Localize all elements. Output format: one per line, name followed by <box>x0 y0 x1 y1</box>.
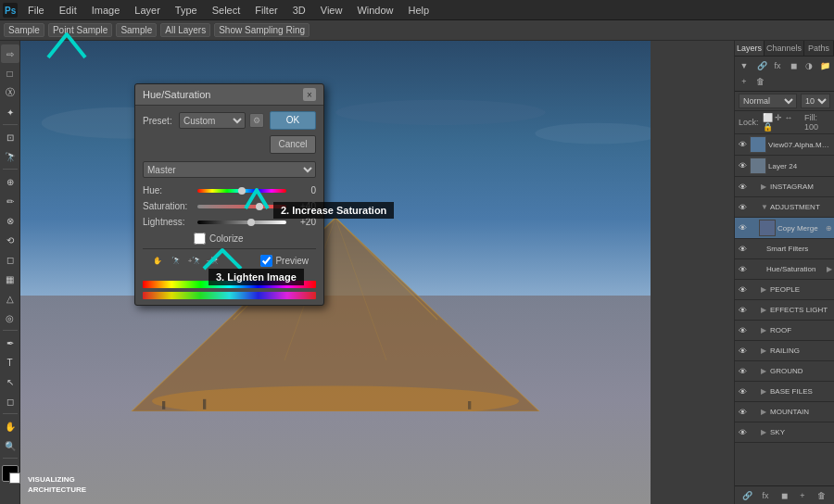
link-button[interactable]: 🔗 <box>740 489 753 502</box>
layer-row-huesat[interactable]: 👁 Hue/Saturation ▶ <box>735 259 834 280</box>
eye-icon-roof[interactable]: 👁 <box>737 325 748 336</box>
tool-hand[interactable]: ✋ <box>1 417 19 435</box>
layer-row-basefiles[interactable]: 👁 ▶ BASE FILES <box>735 382 834 402</box>
layer-row-railing[interactable]: 👁 ▶ RAILING <box>735 341 834 361</box>
eye-icon-basefiles[interactable]: 👁 <box>737 386 748 397</box>
eye-icon-view07[interactable]: 👁 <box>737 139 748 150</box>
tab-paths[interactable]: Paths <box>804 41 834 56</box>
panel-filter-icon[interactable]: ▼ <box>737 58 752 73</box>
channel-select[interactable]: Master <box>143 161 316 178</box>
eye-icon-railing[interactable]: 👁 <box>737 346 748 357</box>
eye-icon-sky[interactable]: 👁 <box>737 427 748 438</box>
tab-channels[interactable]: Channels <box>764 41 804 56</box>
tool-spot-heal[interactable]: ⊕ <box>1 172 19 191</box>
panel-trash-icon[interactable]: 🗑 <box>752 74 767 89</box>
tool-clone[interactable]: ⊗ <box>1 211 19 230</box>
menu-help[interactable]: Help <box>401 3 437 18</box>
dialog-close-button[interactable]: × <box>303 88 316 101</box>
tool-pen[interactable]: ✒ <box>1 334 19 352</box>
tool-gradient[interactable]: ▦ <box>1 270 19 288</box>
eye-icon-effects[interactable]: 👁 <box>737 305 748 316</box>
group-arrow-instagram: ▶ <box>761 183 768 191</box>
panel-adjust-icon[interactable]: ◑ <box>802 58 816 73</box>
app-icon: Ps <box>0 0 20 20</box>
preset-gear-button[interactable]: ⚙ <box>249 113 264 128</box>
menu-view[interactable]: View <box>313 3 350 18</box>
layer-row-ground[interactable]: 👁 ▶ GROUND <box>735 361 834 382</box>
tool-eraser[interactable]: ◻ <box>1 250 19 269</box>
tool-eyedropper[interactable]: 🔭 <box>1 147 19 166</box>
eye-icon-copymerge[interactable]: 👁 <box>737 222 748 233</box>
tool-history[interactable]: ⟲ <box>1 231 19 249</box>
toolbar-sample4[interactable]: All Layers <box>160 23 210 37</box>
panel-mask-icon[interactable]: ◼ <box>786 58 801 73</box>
tool-magic-wand[interactable]: ✦ <box>1 103 19 121</box>
mask-button[interactable]: ◼ <box>777 489 790 502</box>
tool-foreground-color[interactable] <box>2 465 19 482</box>
preview-row: Preview <box>260 255 309 267</box>
layer-row-smartfilters[interactable]: 👁 Smart Filters <box>735 239 834 259</box>
eye-icon-instagram[interactable]: 👁 <box>737 182 748 193</box>
tool-type[interactable]: T <box>1 353 19 372</box>
fx-button[interactable]: fx <box>759 489 772 502</box>
layer-row-mountain[interactable]: 👁 ▶ MOUNTAIN <box>735 402 834 422</box>
thumb-view07 <box>750 136 766 153</box>
toolbar-sample1[interactable]: Sample <box>4 23 44 37</box>
menu-type[interactable]: Type <box>168 3 205 18</box>
tool-zoom[interactable]: 🔍 <box>1 436 19 455</box>
tool-move[interactable]: ⇨ <box>1 44 19 63</box>
tool-crop[interactable]: ⊡ <box>1 128 19 146</box>
toolbar-sample3[interactable]: Sample <box>116 23 157 37</box>
tab-layers[interactable]: Layers <box>735 41 764 56</box>
eye-icon-people[interactable]: 👁 <box>737 284 748 296</box>
blend-mode-select[interactable]: Normal <box>739 94 797 108</box>
eye-icon-ground[interactable]: 👁 <box>737 366 748 377</box>
layer-row-instagram[interactable]: 👁 ▶ INSTAGRAM <box>735 177 834 197</box>
panel-link-icon[interactable]: 🔗 <box>754 58 769 73</box>
eye-icon-layer24[interactable]: 👁 <box>737 160 748 171</box>
preset-select[interactable]: Custom <box>179 112 246 129</box>
layer-row-sky[interactable]: 👁 ▶ SKY <box>735 422 834 443</box>
tool-select-rect[interactable]: □ <box>1 64 19 82</box>
delete-layer-button[interactable]: 🗑 <box>815 489 828 502</box>
menu-layer[interactable]: Layer <box>127 3 168 18</box>
tool-dodge[interactable]: ◎ <box>1 309 19 327</box>
tool-lasso[interactable]: Ⓧ <box>1 83 19 102</box>
lightness-slider-thumb[interactable] <box>247 219 255 226</box>
layer-row-roof[interactable]: 👁 ▶ ROOF <box>735 321 834 341</box>
menu-file[interactable]: File <box>20 3 52 18</box>
menu-3d[interactable]: 3D <box>285 3 313 18</box>
opacity-select[interactable]: 100 <box>801 94 830 108</box>
ok-button[interactable]: OK <box>270 111 316 130</box>
cancel-button[interactable]: Cancel <box>270 135 316 154</box>
layer-row-layer24[interactable]: 👁 Layer 24 <box>735 156 834 177</box>
menu-edit[interactable]: Edit <box>52 3 84 18</box>
layer-row-adjustment[interactable]: 👁 ▼ ADJUSTMENT <box>735 197 834 218</box>
eye-icon-adjustment[interactable]: 👁 <box>737 202 748 213</box>
tool-path-select[interactable]: ↖ <box>1 372 19 391</box>
hand-icon[interactable]: ✋ <box>150 253 165 268</box>
layer-row-view07[interactable]: 👁 View07.Alpha.Material_ID <box>735 134 834 156</box>
eyedropper-icon[interactable]: 🔭 <box>169 253 183 268</box>
panel-new-icon[interactable]: + <box>737 74 752 89</box>
layer-row-copymerge[interactable]: 👁 Copy Merge ⊕ <box>735 218 834 239</box>
new-layer-button[interactable]: + <box>796 489 809 502</box>
layer-row-people[interactable]: 👁 ▶ PEOPLE <box>735 280 834 300</box>
menu-select[interactable]: Select <box>205 3 248 18</box>
panel-fx-icon[interactable]: fx <box>770 58 785 73</box>
colorize-checkbox[interactable] <box>194 233 206 245</box>
menu-image[interactable]: Image <box>84 3 128 18</box>
preview-checkbox[interactable] <box>260 255 272 267</box>
layer-row-effects[interactable]: 👁 ▶ EFFECTS LIGHT <box>735 300 834 321</box>
tool-brush[interactable]: ✏ <box>1 192 19 210</box>
tool-blur[interactable]: △ <box>1 289 19 308</box>
eye-icon-huesat[interactable]: 👁 <box>737 264 748 275</box>
panel-group-icon[interactable]: 📁 <box>817 58 832 73</box>
menu-window[interactable]: Window <box>349 3 400 18</box>
menu-filter[interactable]: Filter <box>247 3 284 18</box>
lightness-slider-track[interactable] <box>197 220 286 224</box>
lock-effects <box>750 306 759 315</box>
eye-icon-smartfilters[interactable]: 👁 <box>737 244 748 255</box>
tool-shape[interactable]: ◻ <box>1 392 19 410</box>
eye-icon-mountain[interactable]: 👁 <box>737 407 748 418</box>
